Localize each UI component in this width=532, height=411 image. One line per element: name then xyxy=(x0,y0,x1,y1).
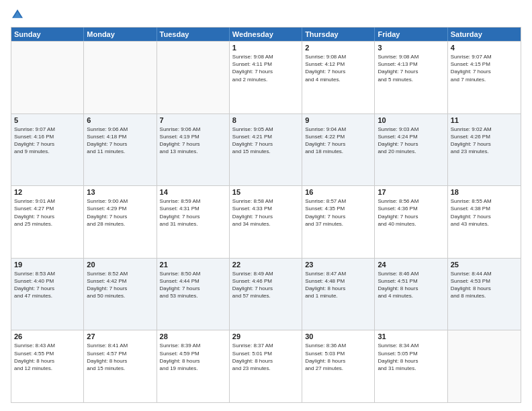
day-number: 24 xyxy=(378,261,444,269)
logo xyxy=(11,8,27,21)
header-day-wednesday: Wednesday xyxy=(230,28,302,41)
cell-info: Sunrise: 9:06 AM Sunset: 4:18 PM Dayligh… xyxy=(87,126,153,156)
day-number: 4 xyxy=(451,44,518,52)
day-number: 17 xyxy=(378,188,444,196)
day-number: 13 xyxy=(87,188,153,196)
cell-info: Sunrise: 9:01 AM Sunset: 4:27 PM Dayligh… xyxy=(14,197,81,228)
header-day-monday: Monday xyxy=(84,28,157,41)
day-number: 29 xyxy=(232,332,299,340)
header-day-thursday: Thursday xyxy=(302,28,375,41)
calendar-cell-22: 22Sunrise: 8:49 AM Sunset: 4:46 PM Dayli… xyxy=(230,259,302,330)
calendar-cell-13: 13Sunrise: 9:00 AM Sunset: 4:29 PM Dayli… xyxy=(84,186,157,258)
calendar-row-1: 1Sunrise: 9:08 AM Sunset: 4:11 PM Daylig… xyxy=(11,41,521,113)
cell-info: Sunrise: 8:58 AM Sunset: 4:33 PM Dayligh… xyxy=(232,197,299,228)
cell-info: Sunrise: 8:49 AM Sunset: 4:46 PM Dayligh… xyxy=(232,270,299,300)
cell-info: Sunrise: 9:08 AM Sunset: 4:12 PM Dayligh… xyxy=(305,53,371,83)
cell-info: Sunrise: 8:50 AM Sunset: 4:44 PM Dayligh… xyxy=(160,270,226,300)
calendar-body: 1Sunrise: 9:08 AM Sunset: 4:11 PM Daylig… xyxy=(11,41,521,402)
day-number: 26 xyxy=(14,332,81,340)
calendar-row-2: 5Sunrise: 9:07 AM Sunset: 4:16 PM Daylig… xyxy=(11,113,521,186)
calendar-cell-empty-0-0 xyxy=(11,42,84,113)
calendar-cell-empty-0-1 xyxy=(84,42,157,113)
day-number: 6 xyxy=(87,116,153,124)
calendar-cell-27: 27Sunrise: 8:41 AM Sunset: 4:57 PM Dayli… xyxy=(84,330,157,402)
calendar-cell-11: 11Sunrise: 9:02 AM Sunset: 4:26 PM Dayli… xyxy=(448,114,521,186)
calendar-cell-1: 1Sunrise: 9:08 AM Sunset: 4:11 PM Daylig… xyxy=(230,42,302,113)
day-number: 7 xyxy=(160,116,226,124)
day-number: 27 xyxy=(87,332,153,340)
calendar-cell-empty-0-2 xyxy=(157,42,230,113)
cell-info: Sunrise: 8:52 AM Sunset: 4:42 PM Dayligh… xyxy=(87,270,153,300)
calendar-cell-21: 21Sunrise: 8:50 AM Sunset: 4:44 PM Dayli… xyxy=(157,259,230,330)
day-number: 30 xyxy=(305,332,371,340)
day-number: 18 xyxy=(451,188,518,196)
day-number: 20 xyxy=(87,261,153,269)
cell-info: Sunrise: 9:08 AM Sunset: 4:11 PM Dayligh… xyxy=(232,53,299,83)
calendar-cell-18: 18Sunrise: 8:55 AM Sunset: 4:38 PM Dayli… xyxy=(448,186,521,258)
day-number: 25 xyxy=(451,261,518,269)
calendar-cell-10: 10Sunrise: 9:03 AM Sunset: 4:24 PM Dayli… xyxy=(375,114,447,186)
cell-info: Sunrise: 8:56 AM Sunset: 4:36 PM Dayligh… xyxy=(378,197,444,228)
day-number: 16 xyxy=(305,188,371,196)
calendar-cell-9: 9Sunrise: 9:04 AM Sunset: 4:22 PM Daylig… xyxy=(302,114,375,186)
calendar-cell-29: 29Sunrise: 8:37 AM Sunset: 5:01 PM Dayli… xyxy=(230,330,302,402)
day-number: 5 xyxy=(14,116,81,124)
cell-info: Sunrise: 9:00 AM Sunset: 4:29 PM Dayligh… xyxy=(87,197,153,228)
cell-info: Sunrise: 9:03 AM Sunset: 4:24 PM Dayligh… xyxy=(378,126,444,156)
calendar-cell-16: 16Sunrise: 8:57 AM Sunset: 4:35 PM Dayli… xyxy=(302,186,375,258)
calendar-cell-2: 2Sunrise: 9:08 AM Sunset: 4:12 PM Daylig… xyxy=(302,42,375,113)
cell-info: Sunrise: 8:59 AM Sunset: 4:31 PM Dayligh… xyxy=(160,197,226,228)
calendar-cell-14: 14Sunrise: 8:59 AM Sunset: 4:31 PM Dayli… xyxy=(157,186,230,258)
calendar-cell-8: 8Sunrise: 9:05 AM Sunset: 4:21 PM Daylig… xyxy=(230,114,302,186)
day-number: 22 xyxy=(232,261,299,269)
day-number: 14 xyxy=(160,188,226,196)
cell-info: Sunrise: 9:08 AM Sunset: 4:13 PM Dayligh… xyxy=(378,53,444,83)
cell-info: Sunrise: 8:47 AM Sunset: 4:48 PM Dayligh… xyxy=(305,270,371,300)
day-number: 28 xyxy=(160,332,226,340)
calendar-row-3: 12Sunrise: 9:01 AM Sunset: 4:27 PM Dayli… xyxy=(11,185,521,258)
calendar-cell-24: 24Sunrise: 8:46 AM Sunset: 4:51 PM Dayli… xyxy=(375,259,447,330)
calendar-cell-empty-4-6 xyxy=(448,330,521,402)
logo-icon xyxy=(11,8,24,21)
day-number: 9 xyxy=(305,116,371,124)
cell-info: Sunrise: 8:34 AM Sunset: 5:05 PM Dayligh… xyxy=(378,342,444,372)
cell-info: Sunrise: 8:57 AM Sunset: 4:35 PM Dayligh… xyxy=(305,197,371,228)
day-number: 12 xyxy=(14,188,81,196)
calendar: SundayMondayTuesdayWednesdayThursdayFrid… xyxy=(11,27,521,403)
calendar-cell-3: 3Sunrise: 9:08 AM Sunset: 4:13 PM Daylig… xyxy=(375,42,447,113)
header-day-friday: Friday xyxy=(375,28,447,41)
calendar-cell-30: 30Sunrise: 8:36 AM Sunset: 5:03 PM Dayli… xyxy=(302,330,375,402)
day-number: 31 xyxy=(378,332,444,340)
cell-info: Sunrise: 8:39 AM Sunset: 4:59 PM Dayligh… xyxy=(160,342,226,372)
cell-info: Sunrise: 8:55 AM Sunset: 4:38 PM Dayligh… xyxy=(451,197,518,228)
cell-info: Sunrise: 8:46 AM Sunset: 4:51 PM Dayligh… xyxy=(378,270,444,300)
day-number: 10 xyxy=(378,116,444,124)
calendar-cell-23: 23Sunrise: 8:47 AM Sunset: 4:48 PM Dayli… xyxy=(302,259,375,330)
cell-info: Sunrise: 9:07 AM Sunset: 4:15 PM Dayligh… xyxy=(451,53,518,83)
calendar-cell-5: 5Sunrise: 9:07 AM Sunset: 4:16 PM Daylig… xyxy=(11,114,84,186)
day-number: 11 xyxy=(451,116,518,124)
day-number: 15 xyxy=(232,188,299,196)
cell-info: Sunrise: 8:36 AM Sunset: 5:03 PM Dayligh… xyxy=(305,342,371,372)
calendar-cell-19: 19Sunrise: 8:53 AM Sunset: 4:40 PM Dayli… xyxy=(11,259,84,330)
cell-info: Sunrise: 9:05 AM Sunset: 4:21 PM Dayligh… xyxy=(232,126,299,156)
calendar-cell-12: 12Sunrise: 9:01 AM Sunset: 4:27 PM Dayli… xyxy=(11,186,84,258)
calendar-cell-26: 26Sunrise: 8:43 AM Sunset: 4:55 PM Dayli… xyxy=(11,330,84,402)
calendar-cell-6: 6Sunrise: 9:06 AM Sunset: 4:18 PM Daylig… xyxy=(84,114,157,186)
cell-info: Sunrise: 8:43 AM Sunset: 4:55 PM Dayligh… xyxy=(14,342,81,372)
day-number: 1 xyxy=(232,44,299,52)
calendar-cell-4: 4Sunrise: 9:07 AM Sunset: 4:15 PM Daylig… xyxy=(448,42,521,113)
day-number: 8 xyxy=(232,116,299,124)
cell-info: Sunrise: 8:44 AM Sunset: 4:53 PM Dayligh… xyxy=(451,270,518,300)
header-day-sunday: Sunday xyxy=(11,28,84,41)
calendar-cell-28: 28Sunrise: 8:39 AM Sunset: 4:59 PM Dayli… xyxy=(157,330,230,402)
cell-info: Sunrise: 8:53 AM Sunset: 4:40 PM Dayligh… xyxy=(14,270,81,300)
calendar-header: SundayMondayTuesdayWednesdayThursdayFrid… xyxy=(11,28,521,41)
header xyxy=(11,8,521,21)
calendar-cell-31: 31Sunrise: 8:34 AM Sunset: 5:05 PM Dayli… xyxy=(375,330,447,402)
cell-info: Sunrise: 9:07 AM Sunset: 4:16 PM Dayligh… xyxy=(14,126,81,156)
day-number: 2 xyxy=(305,44,371,52)
day-number: 19 xyxy=(14,261,81,269)
calendar-cell-25: 25Sunrise: 8:44 AM Sunset: 4:53 PM Dayli… xyxy=(448,259,521,330)
calendar-cell-17: 17Sunrise: 8:56 AM Sunset: 4:36 PM Dayli… xyxy=(375,186,447,258)
